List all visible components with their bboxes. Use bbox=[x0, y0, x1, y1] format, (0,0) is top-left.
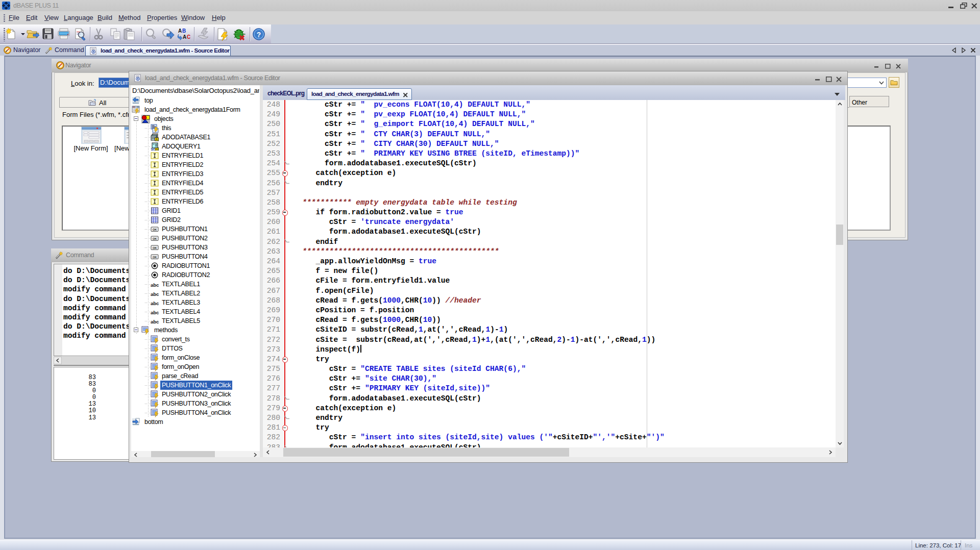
svg-text:abc: abc bbox=[151, 301, 159, 306]
svg-text:abc: abc bbox=[151, 282, 159, 288]
svg-text:abc: abc bbox=[151, 291, 159, 297]
svg-text:abc: abc bbox=[151, 310, 159, 315]
svg-text:OK: OK bbox=[153, 246, 157, 249]
svg-text:abc: abc bbox=[151, 319, 159, 324]
svg-text:OK: OK bbox=[153, 237, 157, 240]
svg-text:OK: OK bbox=[153, 228, 157, 231]
svg-text:SQ: SQ bbox=[151, 147, 156, 151]
svg-text:A: A bbox=[156, 147, 158, 151]
svg-text:A: A bbox=[156, 138, 158, 141]
svg-text:OK: OK bbox=[153, 256, 157, 259]
